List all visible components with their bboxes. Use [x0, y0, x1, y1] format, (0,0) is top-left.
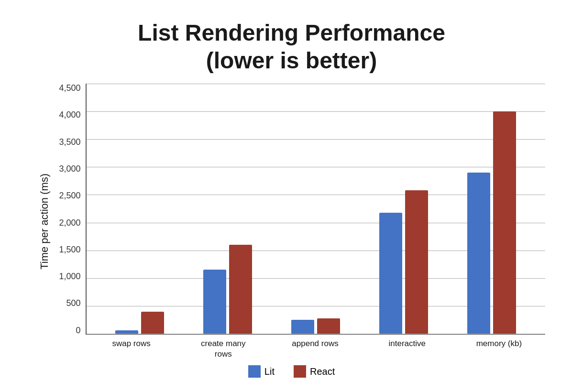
x-label: interactive	[361, 335, 453, 359]
y-tick: 2,500	[59, 191, 80, 200]
y-axis-label: Time per action (ms)	[38, 84, 51, 359]
y-tick: 1,500	[59, 245, 80, 254]
bar-group	[360, 84, 448, 334]
legend-color-box	[294, 365, 306, 378]
chart-container: List Rendering Performance (lower is bet…	[29, 10, 555, 382]
legend-label: React	[310, 366, 335, 377]
legend-label: Lit	[264, 366, 275, 377]
x-label: append rows	[269, 335, 361, 359]
bar-pair	[96, 84, 184, 334]
chart-plot: 4,5004,0003,5003,0002,5002,0001,5001,000…	[55, 84, 545, 335]
bar-group	[272, 84, 360, 334]
y-tick: 3,000	[59, 164, 80, 173]
y-tick: 2,000	[59, 218, 80, 227]
chart-inner: 4,5004,0003,5003,0002,5002,0001,5001,000…	[55, 84, 545, 359]
y-tick: 4,000	[59, 110, 80, 119]
bar-group	[448, 84, 536, 334]
bar-lit	[115, 330, 138, 334]
bar-react	[229, 245, 252, 334]
bars-grid	[87, 84, 545, 334]
y-tick: 500	[66, 299, 80, 307]
x-label: create manyrows	[177, 335, 269, 359]
grid-line	[87, 334, 545, 334]
legend-color-box	[248, 365, 261, 378]
bar-pair	[360, 84, 448, 334]
bar-react	[493, 111, 516, 334]
bar-pair	[184, 84, 272, 334]
title-line1: List Rendering Performance	[138, 20, 445, 45]
bar-react	[405, 190, 428, 334]
bar-lit	[291, 320, 314, 334]
legend-item: Lit	[248, 365, 275, 378]
legend: LitReact	[248, 365, 335, 378]
y-tick: 4,500	[59, 84, 80, 92]
bar-lit	[467, 173, 490, 334]
x-label: memory (kb)	[453, 335, 545, 359]
bar-lit	[379, 213, 402, 334]
bar-react	[317, 318, 340, 333]
bar-pair	[448, 84, 536, 334]
legend-item: React	[294, 365, 335, 378]
bar-react	[141, 312, 164, 334]
y-axis: 4,5004,0003,5003,0002,5002,0001,5001,000…	[55, 84, 86, 335]
bar-lit	[203, 270, 226, 334]
bar-group	[96, 84, 184, 334]
bar-pair	[272, 84, 360, 334]
chart-title: List Rendering Performance (lower is bet…	[138, 19, 445, 74]
bars-area	[86, 84, 545, 335]
bar-group	[184, 84, 272, 334]
title-line2: (lower is better)	[206, 48, 377, 73]
y-tick: 0	[76, 326, 80, 335]
x-axis-labels: swap rowscreate manyrowsappend rowsinter…	[55, 335, 545, 359]
y-tick: 3,500	[59, 138, 80, 146]
y-tick: 1,000	[59, 272, 80, 281]
x-label: swap rows	[86, 335, 177, 359]
chart-area: Time per action (ms) 4,5004,0003,5003,00…	[38, 84, 545, 359]
